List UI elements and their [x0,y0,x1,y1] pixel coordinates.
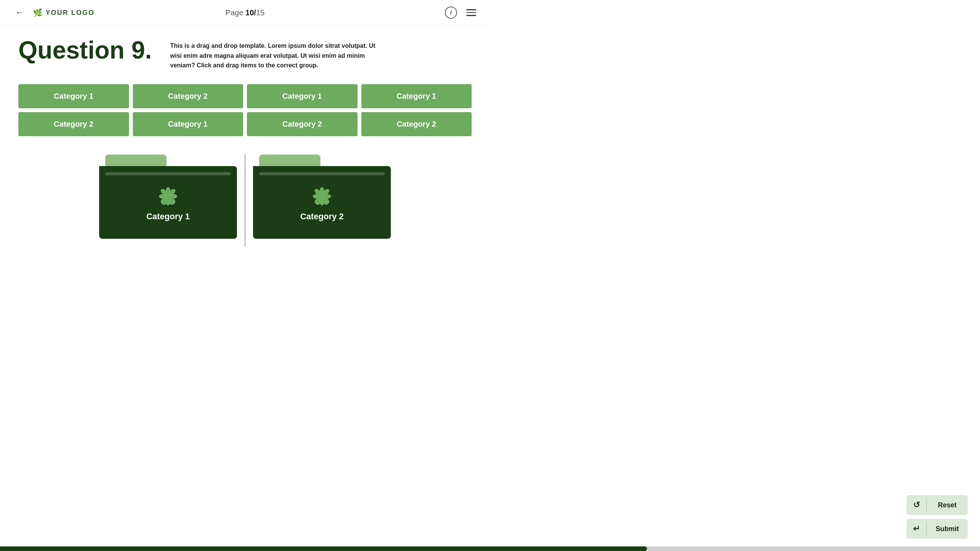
drag-item-4[interactable]: Category 1 [361,84,472,108]
page-total: 15 [256,8,265,17]
menu-line-3 [466,15,476,16]
folder-tab-1 [105,155,167,166]
menu-line-1 [466,9,476,10]
info-button[interactable]: i [445,7,457,19]
folder-body-1: Category 1 [99,166,237,239]
drag-item-1[interactable]: Category 1 [18,84,129,108]
drop-zones: Category 1 [18,155,472,246]
logo-text: YOUR LOGO [46,9,95,17]
folder-1: Category 1 [99,155,237,239]
question-description: This is a drag and drop template. Lorem … [170,38,385,70]
drag-item-3[interactable]: Category 1 [247,84,358,108]
drop-zone-1[interactable]: Category 1 [99,155,237,246]
zone-separator [245,155,245,246]
menu-line-2 [466,12,476,13]
folder-2: Category 2 [253,155,391,239]
drag-item-8[interactable]: Category 2 [361,112,472,136]
page-indicator: Page 10/15 [225,8,265,17]
folder-label-1: Category 1 [146,212,190,222]
question-row: Question 9. This is a drag and drop temp… [18,38,472,70]
logo-area: 🌿 YOUR LOGO [33,8,95,17]
main-content: Question 9. This is a drag and drop temp… [0,26,490,271]
flower-icon-2 [310,185,333,208]
back-button[interactable]: ← [12,6,27,19]
menu-button[interactable] [465,8,478,18]
page-current: 10 [245,8,254,17]
drag-items-grid: Category 1 Category 2 Category 1 Categor… [18,84,472,136]
drag-item-2[interactable]: Category 2 [133,84,243,108]
drag-item-6[interactable]: Category 1 [133,112,243,136]
question-desc-text: This is a drag and drop template. Lorem … [170,42,376,68]
folder-tab-2 [259,155,320,166]
svg-point-20 [319,193,325,199]
header-right: i [445,7,478,19]
logo-icon: 🌿 [33,8,42,17]
drop-zone-2[interactable]: Category 2 [253,155,391,246]
page-label: Page [225,8,243,17]
header: ← 🌿 YOUR LOGO Page 10/15 i [0,0,490,26]
folder-label-2: Category 2 [300,212,344,222]
drag-item-5[interactable]: Category 2 [18,112,129,136]
folder-body-2: Category 2 [253,166,391,239]
svg-point-8 [165,193,171,199]
question-title: Question 9. [18,38,152,62]
flower-icon-1 [157,185,180,208]
drag-item-7[interactable]: Category 2 [247,112,358,136]
